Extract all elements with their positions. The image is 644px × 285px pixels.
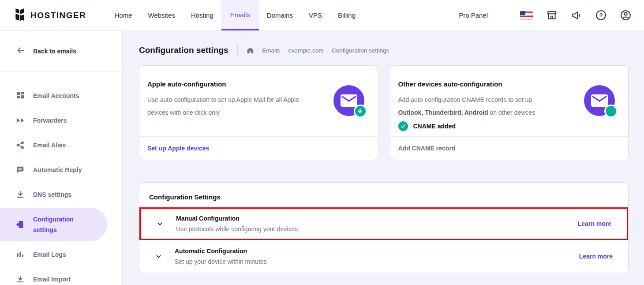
nav-item-emails[interactable]: Emails (221, 0, 259, 30)
topbar-right-cluster: Pro Panel ? (459, 0, 632, 30)
hostinger-logo[interactable]: HOSTINGER (14, 0, 86, 30)
back-to-emails-button[interactable]: Back to emails (0, 31, 122, 72)
mail-illustration (333, 85, 364, 116)
other-devices-auto-configuration-card: Other devices auto-configuration Add aut… (390, 65, 629, 160)
sidebar-item-configuration-settings[interactable]: Configuration settings (0, 208, 107, 241)
nav-item-hosting[interactable]: Hosting (183, 0, 221, 30)
other-card-body: Other devices auto-configuration Add aut… (390, 66, 629, 136)
grid-icon (16, 92, 25, 100)
breadcrumb-item-emails[interactable]: Emails (262, 47, 280, 54)
sidebar-item-forwarders[interactable]: Forwarders (0, 108, 122, 133)
nav-item-billing[interactable]: Billing (330, 0, 363, 30)
top-navigation-bar: HOSTINGER Home Websites Hosting Emails D… (0, 0, 644, 31)
chevron-down-icon[interactable] (155, 253, 162, 260)
bar-chart-icon (16, 251, 25, 259)
share-icon (16, 141, 25, 149)
other-card-footer: Add CNAME record (390, 136, 629, 160)
brand-name: HOSTINGER (30, 11, 86, 20)
apple-card-body: Apple auto-configuration Use auto-config… (139, 66, 378, 136)
download-badge-icon (354, 105, 367, 118)
breadcrumb-item-domain[interactable]: example.com (288, 47, 323, 54)
arrow-left-icon (16, 45, 26, 57)
megaphone-icon[interactable] (570, 9, 582, 21)
breadcrumb-separator: - (257, 47, 259, 54)
status-dot-badge (604, 105, 618, 118)
download-icon (16, 275, 25, 283)
breadcrumb-item-current: Configuration settings (332, 47, 389, 54)
cname-status: CNAME added (398, 121, 620, 131)
cname-added-label: CNAME added (413, 123, 456, 130)
page-title: Configuration settings (139, 45, 228, 55)
doc-gear-icon (16, 220, 25, 229)
sidebar-item-dns-settings[interactable]: DNS settings (0, 182, 122, 207)
breadcrumb-separator: - (326, 47, 329, 54)
sidebar-menu: Email Accounts Forwarders Email Alias Au… (0, 72, 122, 285)
auto-config-cards: Apple auto-configuration Use auto-config… (139, 65, 629, 160)
page-header: Configuration settings - Emails - exampl… (139, 41, 629, 59)
add-cname-record-link[interactable]: Add CNAME record (398, 145, 456, 152)
sidebar-item-automatic-reply[interactable]: Automatic Reply (0, 158, 122, 182)
sidebar-item-email-accounts[interactable]: Email Accounts (0, 83, 122, 108)
configuration-settings-card: Configuration Settings Manual Configurat… (139, 182, 629, 273)
automatic-configuration-title: Automatic Configuration (175, 248, 267, 255)
mail-illustration (584, 85, 615, 116)
primary-nav: Home Websites Hosting Emails Domains VPS… (106, 0, 363, 30)
manual-configuration-text: Manual Configuration Use protocols while… (176, 215, 298, 232)
automatic-configuration-text: Automatic Configuration Set up your devi… (175, 248, 267, 265)
nav-item-vps[interactable]: VPS (301, 0, 330, 30)
fast-forward-icon (16, 116, 25, 124)
apple-auto-configuration-card: Apple auto-configuration Use auto-config… (139, 65, 378, 160)
download-icon (16, 191, 25, 199)
nav-item-websites[interactable]: Websites (140, 0, 183, 30)
manual-configuration-subtitle: Use protocols while configuring your dev… (176, 225, 298, 232)
nav-item-domains[interactable]: Domains (259, 0, 301, 30)
automatic-configuration-row[interactable]: Automatic Configuration Set up your devi… (139, 240, 628, 273)
svg-text:?: ? (599, 12, 603, 19)
language-flag-us-icon[interactable] (520, 11, 533, 19)
manual-learn-more-link[interactable]: Learn more (578, 220, 611, 227)
apple-card-footer: Set up Apple devices (139, 136, 378, 160)
automatic-configuration-subtitle: Set up your device within minutes (175, 258, 267, 265)
sidebar-item-email-import[interactable]: Email Import (0, 267, 122, 285)
check-circle-icon (398, 121, 408, 131)
manual-configuration-row[interactable]: Manual Configuration Use protocols while… (139, 207, 628, 240)
automatic-learn-more-link[interactable]: Learn more (579, 253, 613, 260)
back-to-emails-label: Back to emails (33, 48, 76, 55)
main-content: Configuration settings - Emails - exampl… (123, 31, 644, 285)
storefront-icon[interactable] (546, 9, 558, 21)
header-divider (237, 44, 238, 57)
sidebar-item-email-alias[interactable]: Email Alias (0, 133, 122, 158)
hostinger-logo-icon (14, 8, 26, 23)
breadcrumb: - Emails - example.com - Configuration s… (247, 47, 389, 54)
breadcrumb-separator: - (283, 47, 285, 54)
sidebar-item-email-logs[interactable]: Email Logs (0, 242, 122, 267)
chevron-down-icon[interactable] (156, 220, 164, 228)
pro-panel-link[interactable]: Pro Panel (459, 11, 488, 19)
nav-item-home[interactable]: Home (106, 0, 140, 30)
manual-configuration-title: Manual Configuration (176, 215, 298, 222)
help-icon[interactable]: ? (595, 9, 607, 21)
configuration-settings-heading: Configuration Settings (139, 183, 628, 207)
home-icon[interactable] (247, 47, 254, 54)
sidebar: Back to emails Email Accounts Forwarders… (0, 31, 123, 285)
account-icon[interactable] (620, 9, 632, 21)
setup-apple-devices-link[interactable]: Set up Apple devices (147, 145, 209, 152)
message-icon (16, 166, 25, 174)
